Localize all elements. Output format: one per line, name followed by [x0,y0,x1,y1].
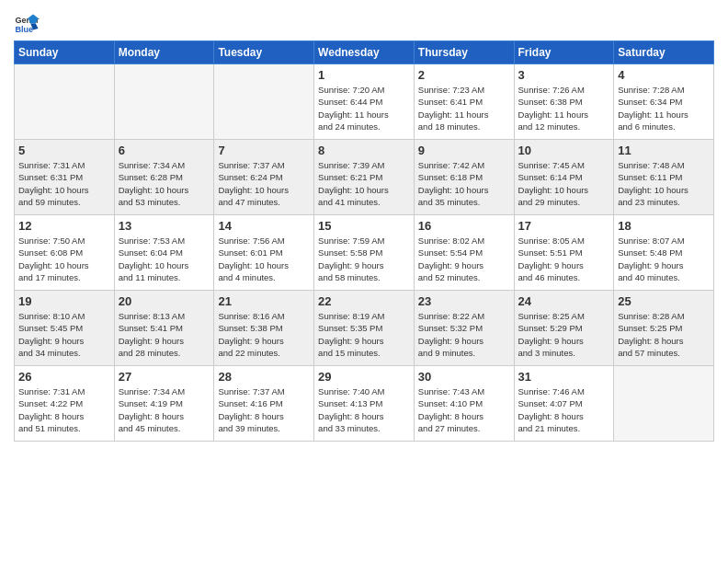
day-info: Sunrise: 8:22 AM Sunset: 5:32 PM Dayligh… [418,310,510,359]
day-info: Sunrise: 7:46 AM Sunset: 4:07 PM Dayligh… [518,385,610,434]
calendar-day-cell: 15Sunrise: 7:59 AM Sunset: 5:58 PM Dayli… [314,215,415,291]
day-info: Sunrise: 8:28 AM Sunset: 5:25 PM Dayligh… [618,310,710,359]
day-number: 16 [418,219,510,233]
day-number: 8 [318,144,410,157]
calendar-day-cell: 14Sunrise: 7:56 AM Sunset: 6:01 PM Dayli… [214,215,314,291]
calendar-day-cell: 26Sunrise: 7:31 AM Sunset: 4:22 PM Dayli… [15,366,115,442]
day-number: 7 [218,144,310,157]
day-number: 1 [318,68,410,82]
day-info: Sunrise: 7:43 AM Sunset: 4:10 PM Dayligh… [418,385,510,434]
calendar-day-cell [214,64,314,140]
calendar-week-row: 19Sunrise: 8:10 AM Sunset: 5:45 PM Dayli… [15,291,714,366]
day-info: Sunrise: 7:53 AM Sunset: 6:04 PM Dayligh… [119,235,210,283]
page-container: General Blue SundayMondayTuesdayWednesda… [0,0,728,451]
calendar-day-cell [15,64,115,140]
day-info: Sunrise: 7:37 AM Sunset: 4:16 PM Dayligh… [218,385,310,434]
weekday-header-tuesday: Tuesday [214,41,314,64]
calendar-day-cell: 1Sunrise: 7:20 AM Sunset: 6:44 PM Daylig… [314,64,415,140]
calendar-day-cell: 7Sunrise: 7:37 AM Sunset: 6:24 PM Daylig… [214,140,314,215]
day-info: Sunrise: 7:37 AM Sunset: 6:24 PM Dayligh… [218,159,310,208]
day-number: 17 [518,219,610,233]
weekday-header-wednesday: Wednesday [314,41,415,64]
calendar-day-cell: 24Sunrise: 8:25 AM Sunset: 5:29 PM Dayli… [514,291,614,366]
calendar-day-cell: 3Sunrise: 7:26 AM Sunset: 6:38 PM Daylig… [514,64,614,140]
weekday-header-thursday: Thursday [414,41,514,64]
calendar-week-row: 12Sunrise: 7:50 AM Sunset: 6:08 PM Dayli… [15,215,714,291]
day-info: Sunrise: 7:42 AM Sunset: 6:18 PM Dayligh… [418,159,510,208]
day-info: Sunrise: 7:31 AM Sunset: 4:22 PM Dayligh… [18,385,110,434]
day-number: 23 [418,294,510,308]
day-info: Sunrise: 8:19 AM Sunset: 5:35 PM Dayligh… [318,310,410,359]
day-number: 20 [119,294,210,308]
day-number: 18 [618,219,710,233]
calendar-day-cell: 20Sunrise: 8:13 AM Sunset: 5:41 PM Dayli… [114,291,214,366]
calendar-day-cell: 11Sunrise: 7:48 AM Sunset: 6:11 PM Dayli… [614,140,714,215]
calendar-day-cell: 23Sunrise: 8:22 AM Sunset: 5:32 PM Dayli… [414,291,514,366]
day-number: 22 [318,294,410,308]
weekday-header-saturday: Saturday [614,41,714,64]
day-number: 12 [18,219,110,233]
logo: General Blue [14,9,40,35]
svg-text:Blue: Blue [15,25,33,34]
day-number: 28 [218,370,310,384]
day-number: 31 [518,370,610,384]
day-info: Sunrise: 8:05 AM Sunset: 5:51 PM Dayligh… [518,235,610,283]
day-info: Sunrise: 8:25 AM Sunset: 5:29 PM Dayligh… [518,310,610,359]
day-info: Sunrise: 7:39 AM Sunset: 6:21 PM Dayligh… [318,159,410,208]
day-info: Sunrise: 8:02 AM Sunset: 5:54 PM Dayligh… [418,235,510,283]
weekday-header-row: SundayMondayTuesdayWednesdayThursdayFrid… [15,41,714,64]
day-number: 27 [119,370,210,384]
calendar-day-cell: 6Sunrise: 7:34 AM Sunset: 6:28 PM Daylig… [114,140,214,215]
day-info: Sunrise: 7:50 AM Sunset: 6:08 PM Dayligh… [18,235,110,283]
weekday-header-sunday: Sunday [15,41,115,64]
day-number: 29 [318,370,410,384]
day-number: 3 [518,68,610,82]
day-info: Sunrise: 7:45 AM Sunset: 6:14 PM Dayligh… [518,159,610,208]
day-number: 30 [418,370,510,384]
day-number: 21 [218,294,310,308]
calendar-week-row: 1Sunrise: 7:20 AM Sunset: 6:44 PM Daylig… [15,64,714,140]
calendar-day-cell: 31Sunrise: 7:46 AM Sunset: 4:07 PM Dayli… [514,366,614,442]
calendar-day-cell: 5Sunrise: 7:31 AM Sunset: 6:31 PM Daylig… [15,140,115,215]
calendar-day-cell: 8Sunrise: 7:39 AM Sunset: 6:21 PM Daylig… [314,140,415,215]
calendar-day-cell [614,366,714,442]
calendar-week-row: 5Sunrise: 7:31 AM Sunset: 6:31 PM Daylig… [15,140,714,215]
header: General Blue [14,9,714,35]
calendar-day-cell: 19Sunrise: 8:10 AM Sunset: 5:45 PM Dayli… [15,291,115,366]
calendar-week-row: 26Sunrise: 7:31 AM Sunset: 4:22 PM Dayli… [15,366,714,442]
calendar-day-cell: 16Sunrise: 8:02 AM Sunset: 5:54 PM Dayli… [414,215,514,291]
calendar-day-cell: 22Sunrise: 8:19 AM Sunset: 5:35 PM Dayli… [314,291,415,366]
day-info: Sunrise: 7:56 AM Sunset: 6:01 PM Dayligh… [218,235,310,283]
day-info: Sunrise: 7:34 AM Sunset: 6:28 PM Dayligh… [119,159,210,208]
day-info: Sunrise: 8:07 AM Sunset: 5:48 PM Dayligh… [618,235,710,283]
calendar-day-cell: 27Sunrise: 7:34 AM Sunset: 4:19 PM Dayli… [114,366,214,442]
day-info: Sunrise: 8:13 AM Sunset: 5:41 PM Dayligh… [119,310,210,359]
day-number: 14 [218,219,310,233]
calendar-day-cell: 4Sunrise: 7:28 AM Sunset: 6:34 PM Daylig… [614,64,714,140]
day-number: 6 [119,144,210,157]
calendar-day-cell: 12Sunrise: 7:50 AM Sunset: 6:08 PM Dayli… [15,215,115,291]
day-info: Sunrise: 7:59 AM Sunset: 5:58 PM Dayligh… [318,235,410,283]
day-info: Sunrise: 8:16 AM Sunset: 5:38 PM Dayligh… [218,310,310,359]
calendar-table: SundayMondayTuesdayWednesdayThursdayFrid… [14,40,714,442]
weekday-header-friday: Friday [514,41,614,64]
calendar-day-cell: 18Sunrise: 8:07 AM Sunset: 5:48 PM Dayli… [614,215,714,291]
calendar-day-cell: 10Sunrise: 7:45 AM Sunset: 6:14 PM Dayli… [514,140,614,215]
day-number: 4 [618,68,710,82]
calendar-day-cell: 17Sunrise: 8:05 AM Sunset: 5:51 PM Dayli… [514,215,614,291]
calendar-day-cell: 13Sunrise: 7:53 AM Sunset: 6:04 PM Dayli… [114,215,214,291]
day-number: 9 [418,144,510,157]
calendar-day-cell: 25Sunrise: 8:28 AM Sunset: 5:25 PM Dayli… [614,291,714,366]
day-number: 13 [119,219,210,233]
calendar-day-cell: 28Sunrise: 7:37 AM Sunset: 4:16 PM Dayli… [214,366,314,442]
day-number: 11 [618,144,710,157]
day-info: Sunrise: 7:23 AM Sunset: 6:41 PM Dayligh… [418,84,510,132]
day-info: Sunrise: 7:40 AM Sunset: 4:13 PM Dayligh… [318,385,410,434]
day-number: 15 [318,219,410,233]
calendar-day-cell [114,64,214,140]
day-number: 26 [18,370,110,384]
day-info: Sunrise: 7:26 AM Sunset: 6:38 PM Dayligh… [518,84,610,132]
day-number: 5 [18,144,110,157]
day-info: Sunrise: 7:20 AM Sunset: 6:44 PM Dayligh… [318,84,410,132]
day-number: 19 [18,294,110,308]
